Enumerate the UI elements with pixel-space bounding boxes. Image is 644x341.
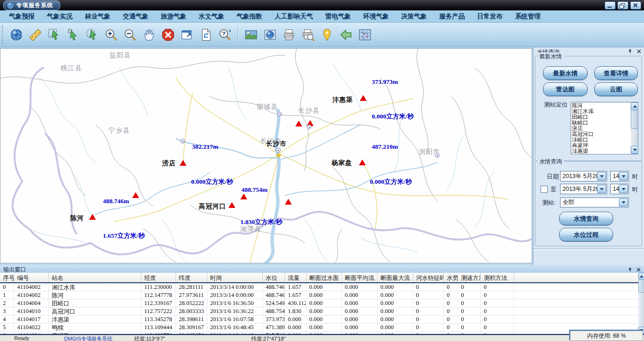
menu-item-10[interactable]: 决策气象	[395, 12, 433, 21]
map-value-label: 1.657立方米/秒	[103, 232, 145, 240]
scroll-down-icon[interactable]	[631, 146, 638, 154]
station-list-item[interactable]: 陈河	[572, 103, 630, 108]
toolbar-refresh-button[interactable]	[198, 26, 214, 44]
menu-item-7[interactable]: 人工影响天气	[268, 12, 319, 21]
chevron-down-icon[interactable]	[619, 198, 628, 206]
table-row[interactable]: 041104002湘江水库111.23000028.2811112013/3/1…	[0, 283, 638, 291]
toolbar-print-button[interactable]	[281, 26, 297, 44]
column-header-10[interactable]: 断面最大流	[377, 273, 413, 282]
radar-chart-button[interactable]: 雷达图	[543, 82, 588, 96]
water-query-button[interactable]: 水情查询	[559, 212, 613, 225]
restore-icon	[621, 3, 625, 7]
chevron-down-icon[interactable]	[597, 172, 606, 180]
menu-item-9[interactable]: 环境气象	[357, 12, 395, 21]
menu-item-12[interactable]: 日常发布	[471, 12, 509, 21]
toolbar-zoom-in-button[interactable]	[103, 26, 119, 44]
water-level-process-button[interactable]: 水位过程	[559, 228, 613, 242]
menu-item-0[interactable]: 气象预报	[3, 12, 41, 21]
station-combo[interactable]: 全部	[560, 197, 629, 207]
table-row[interactable]: 441104017沣惠渠113.34527828.3986112013/1/6 …	[0, 315, 638, 323]
to-date-checkbox[interactable]	[541, 186, 548, 193]
column-header-13[interactable]: 测速方法	[458, 273, 481, 282]
table-row[interactable]: 541104022鸣犊113.10944428.3091672013/1/6 1…	[0, 323, 638, 332]
column-header-8[interactable]: 断面过水面	[306, 273, 342, 282]
view-details-button[interactable]: 查看详情	[594, 66, 638, 80]
column-header-14[interactable]: 测积方法	[481, 273, 514, 282]
station-list-item[interactable]: 冉家坪	[572, 143, 630, 148]
station-list-item[interactable]: 高冠河口	[572, 131, 630, 137]
toolbar-select-polygon-button[interactable]	[46, 26, 62, 44]
hour-from-combo[interactable]: 14	[610, 171, 629, 181]
station-listbox[interactable]: 陈河湘江水库田峪口耿峪口涝店高冠河口沣峪口冉家坪沣惠渠	[570, 102, 638, 154]
column-header-9[interactable]: 断面平均流	[342, 273, 377, 282]
station-list-item[interactable]: 耿峪口	[572, 120, 630, 126]
toolbar-locate-pin-button[interactable]	[319, 26, 335, 44]
station-list-item[interactable]: 田峪口	[572, 114, 630, 120]
menu-item-5[interactable]: 水文气象	[193, 12, 230, 21]
menu-item-13[interactable]: 系统管理	[509, 12, 547, 21]
chevron-down-icon[interactable]	[619, 185, 628, 193]
toolbar-measure-ruler-button[interactable]	[27, 26, 43, 44]
menu-item-1[interactable]: 气象实况	[41, 12, 79, 21]
toolbar-globe-image-button[interactable]	[262, 26, 278, 44]
table-row[interactable]: 341104010高冠河口112.75722228.0033332013/1/6…	[0, 307, 638, 315]
column-header-6[interactable]: 水位	[263, 273, 285, 282]
toolbar-export-image-button[interactable]	[243, 26, 259, 44]
table-row[interactable]: 141104002陈河112.14777827.9736112013/3/14 …	[0, 291, 638, 299]
scroll-thumb[interactable]	[631, 110, 638, 129]
menu-item-11[interactable]: 服务产品	[433, 12, 471, 21]
toolbar-identify-button[interactable]: ?±	[217, 26, 233, 44]
chevron-down-icon[interactable]	[619, 172, 628, 180]
menu-item-2[interactable]: 林业气象	[79, 12, 117, 21]
panel-close-icon[interactable]	[636, 48, 642, 54]
toolbar-stop-button[interactable]	[160, 26, 176, 44]
column-header-0[interactable]: 序号	[0, 273, 14, 282]
chevron-down-icon[interactable]	[597, 185, 606, 193]
station-list-item[interactable]: 涝店	[572, 126, 630, 131]
toolbar-pan-hand-button[interactable]	[141, 26, 157, 44]
column-header-4[interactable]: 纬度	[176, 273, 207, 282]
listbox-scrollbar[interactable]	[631, 102, 638, 154]
scroll-thumb[interactable]	[638, 279, 644, 293]
menu-item-3[interactable]: 交通气象	[117, 12, 155, 21]
station-list-item[interactable]: 沣峪口	[572, 137, 630, 143]
table-row[interactable]: 641104024库峪口112.92277828.2330562013/1/6 …	[0, 332, 638, 334]
column-header-1[interactable]: 编号	[14, 273, 49, 282]
date-to-combo[interactable]: 2013年 5月20日	[560, 184, 607, 194]
column-header-5[interactable]: 时间	[207, 273, 263, 282]
station-list-item[interactable]: 湘江水库	[572, 108, 630, 114]
toolbar-zoom-out-button[interactable]	[122, 26, 138, 44]
toolbar-print-preview-button[interactable]	[300, 26, 316, 44]
column-header-12[interactable]: 水势	[444, 273, 458, 282]
cloud-chart-button[interactable]: 云图	[594, 82, 638, 96]
toolbar-globe-extent-button[interactable]	[8, 26, 24, 44]
toolbar-new-window-button[interactable]	[179, 26, 195, 44]
column-header-2[interactable]: 站名	[49, 273, 141, 282]
map-canvas[interactable]: 益阳县桃江县宁乡县望城县长沙县长沙市浏阳市湘潭县沣惠渠长沙市涝店杨家盘高冠河口陈…	[0, 48, 532, 263]
column-header-7[interactable]: 流量	[285, 273, 306, 282]
latest-water-button[interactable]: 最新水情	[543, 66, 588, 80]
toolbar-back-arrow-button[interactable]	[338, 26, 354, 44]
workspace: 益阳县桃江县宁乡县望城县长沙县长沙市浏阳市湘潭县沣惠渠长沙市涝店杨家盘高冠河口陈…	[0, 47, 644, 265]
toolbar-select-circle-button[interactable]	[84, 26, 100, 44]
toolbar-overview-map-button[interactable]	[357, 26, 373, 44]
menu-item-8[interactable]: 雷电气象	[319, 12, 357, 21]
station-list-item[interactable]: 沣惠渠	[572, 148, 630, 154]
table-cell: 1	[0, 291, 14, 299]
close-button[interactable]	[630, 1, 641, 9]
minimize-button[interactable]	[605, 1, 616, 9]
toolbar-select-feature-button[interactable]	[65, 26, 81, 44]
menu-item-6[interactable]: 气象指数	[230, 12, 268, 21]
svg-text:?: ?	[222, 31, 225, 36]
hour-to-combo[interactable]: 14	[610, 184, 629, 194]
date-from-combo[interactable]: 2013年 5月20日	[560, 171, 607, 181]
scroll-up-icon[interactable]	[638, 273, 644, 280]
pin-icon[interactable]	[627, 48, 633, 54]
table-row[interactable]: 241104004田峪口112.33916728.0522222013/1/6 …	[0, 299, 638, 307]
scroll-up-icon[interactable]	[631, 102, 638, 110]
restore-button[interactable]	[617, 1, 628, 9]
column-header-11[interactable]: 河水特征码	[413, 273, 444, 282]
menu-item-4[interactable]: 旅游气象	[155, 12, 193, 21]
column-header-3[interactable]: 经度	[141, 273, 176, 282]
output-scrollbar[interactable]	[638, 273, 644, 334]
